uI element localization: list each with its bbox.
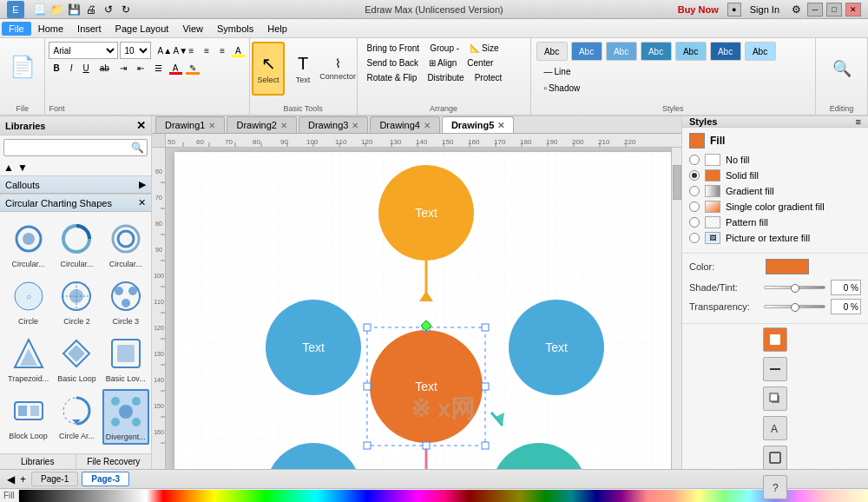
style-thumb-3[interactable]: Abc [606,42,637,61]
file-recovery-btn[interactable]: File Recovery [76,454,152,469]
zoom-btn[interactable]: 🔍 [825,42,858,96]
underline-btn[interactable]: U [78,61,93,76]
tab-drawing3[interactable]: Drawing3 ✕ [299,116,368,133]
maximize-btn[interactable]: □ [826,3,842,17]
radio-no-fill[interactable] [689,155,700,165]
shade-tint-slider[interactable] [764,286,825,289]
save-btn[interactable]: 💾 [66,2,82,17]
style-thumb-5[interactable]: Abc [675,42,707,61]
help-panel-icon[interactable]: ? [763,475,787,499]
fill-option-solid[interactable]: Solid fill [689,169,861,182]
drawing-viewport[interactable]: Text Text Text Text [166,148,681,469]
tab-close-5[interactable]: ✕ [497,121,504,130]
menu-view[interactable]: View [175,22,210,36]
text-tool-btn[interactable]: T Text [286,42,319,96]
distribute-btn[interactable]: Distribute [423,71,468,84]
fill-option-picture[interactable]: 🖼 Picture or texture fill [689,232,861,244]
panel-options-btn[interactable]: ≡ [856,116,861,127]
tab-close-1[interactable]: ✕ [208,121,215,130]
tab-drawing4[interactable]: Drawing4 ✕ [370,116,439,133]
size-btn[interactable]: 📐 Size [465,42,503,55]
close-panel-btn[interactable]: ✕ [136,119,146,132]
search-input[interactable] [3,139,148,156]
strikethrough-btn[interactable]: ab [95,61,114,76]
tab-drawing5[interactable]: Drawing5 ✕ [442,116,515,133]
category-circular[interactable]: Circular Charting Shapes ✕ [0,194,151,212]
new-btn[interactable]: 📃 [31,2,47,17]
shape-item-3[interactable]: ○ Circle [5,274,51,328]
transparency-value[interactable] [831,299,861,314]
menu-symbols[interactable]: Symbols [210,22,260,36]
print-btn[interactable]: 🖨 [83,2,99,17]
bold-btn[interactable]: B [49,61,63,76]
font-family-select[interactable]: Arial [49,42,118,59]
style-thumb-2[interactable]: Abc [571,42,602,61]
group-btn[interactable]: Group - [425,42,464,55]
radio-single-gradient[interactable] [689,201,700,212]
select-tool-btn[interactable]: ↖ Select [252,42,285,96]
sign-in-btn[interactable]: Sign In [745,3,785,17]
shape-item-7[interactable]: Basic Loop [55,332,99,386]
color-fill-btn[interactable]: A [231,43,246,58]
font-shrink-btn[interactable]: A▼ [168,43,182,58]
shape-item-4[interactable]: Circle 2 [55,274,99,328]
scrollbar-v[interactable] [671,148,681,469]
fill-option-single-gradient[interactable]: Single color gradient fill [689,201,861,213]
align-right-btn[interactable]: ≡ [215,43,229,58]
scrollbar-v-thumb[interactable] [673,165,681,200]
shape-item-0[interactable]: Circular... [5,217,51,271]
shadow-btn[interactable]: ▫ Shadow [540,81,585,96]
icon-btn1[interactable]: ● [727,3,741,17]
align-btn[interactable]: ⊞ Align [424,56,461,69]
text-color-btn[interactable]: A [168,61,183,76]
nav-up[interactable]: ▲ [3,162,14,174]
page-tab-1[interactable]: Page-1 [31,472,78,486]
tab-close-4[interactable]: ✕ [424,121,431,130]
color-swatch[interactable] [766,259,809,274]
settings-btn[interactable]: ⚙ [788,2,804,17]
minimize-btn[interactable]: ─ [807,3,823,17]
radio-picture[interactable] [689,233,700,243]
libraries-btn[interactable]: Libraries [0,454,76,469]
radio-gradient-fill[interactable] [689,186,700,196]
rotate-flip-btn[interactable]: Rotate & Flip [363,71,422,84]
protect-btn[interactable]: Protect [470,71,507,84]
tab-drawing1[interactable]: Drawing1 ✕ [155,116,225,133]
align-center-btn[interactable]: ≡ [200,43,214,58]
indent-btn[interactable]: ⇥ [115,61,131,76]
style-thumb-4[interactable]: Abc [641,42,672,61]
shape-item-10[interactable]: Circle Ar... [55,389,99,445]
bring-to-front-btn[interactable]: Bring to Front [363,42,424,55]
center-btn[interactable]: Center [463,56,497,69]
page-add-btn[interactable]: + [18,473,28,485]
fill-panel-icon[interactable] [763,327,787,352]
menu-help[interactable]: Help [260,22,294,36]
fill-option-pattern[interactable]: Pattern fill [689,216,861,228]
transparency-slider[interactable] [764,305,825,308]
highlight-btn[interactable]: ✎ [185,61,201,76]
shade-tint-thumb[interactable] [791,284,799,293]
send-to-back-btn[interactable]: Send to Back [363,56,423,69]
nav-down[interactable]: ▼ [17,162,28,174]
shade-tint-value[interactable] [831,280,861,295]
buy-now-btn[interactable]: Buy Now [673,3,724,17]
fill-option-none[interactable]: No fill [689,154,861,166]
shape-item-8[interactable]: Basic Lov... [102,332,149,386]
category-callouts[interactable]: Callouts ▶ [0,175,151,194]
shadow-panel-icon[interactable] [763,386,787,411]
page-canvas[interactable]: Text Text Text Text [174,152,678,469]
list-btn[interactable]: ☰ [150,61,167,76]
file-big-btn[interactable]: 📄 [4,42,41,92]
open-btn[interactable]: 📁 [49,2,64,17]
line-btn[interactable]: — Line [540,64,585,79]
line-panel-icon[interactable] [763,357,787,381]
outdent-btn[interactable]: ⇤ [133,61,148,76]
shape-item-5[interactable]: Circle 3 [102,274,149,328]
tab-drawing2[interactable]: Drawing2 ✕ [227,116,296,133]
fill-option-gradient[interactable]: Gradient fill [689,185,861,197]
radio-solid-fill[interactable] [689,170,700,181]
menu-page-layout[interactable]: Page Layout [108,22,176,36]
shape-item-9[interactable]: Block Loop [5,389,51,445]
transparency-thumb[interactable] [791,303,799,312]
menu-home[interactable]: Home [31,22,70,36]
